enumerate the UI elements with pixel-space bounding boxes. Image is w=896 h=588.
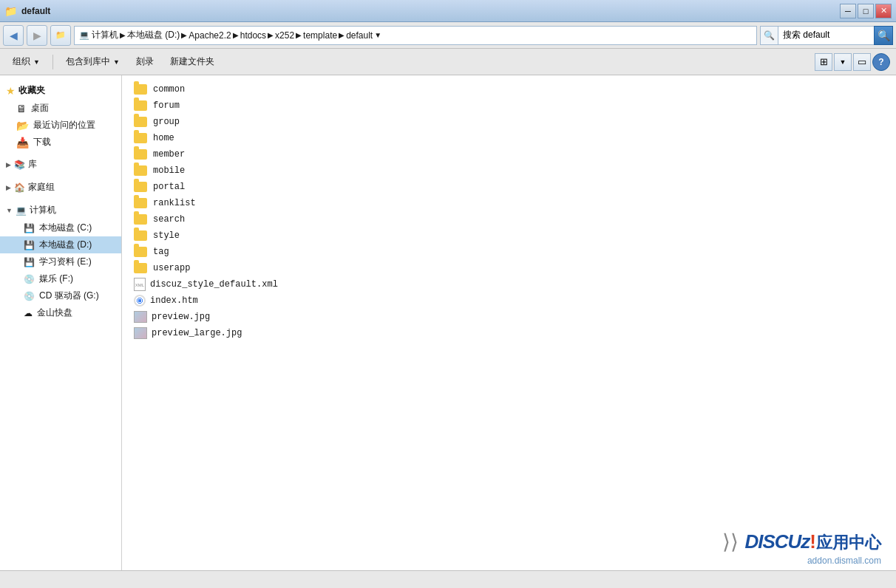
folder-icon [134,165,147,176]
close-button[interactable]: ✕ [875,4,892,18]
computer-header[interactable]: ▼ 💻 计算机 [0,201,121,219]
jinshan-icon: ☁ [24,308,33,318]
list-item[interactable]: common [131,81,887,98]
titlebar: 📁 default ─ □ ✕ [0,0,896,22]
computer-triangle-icon: ▼ [6,207,13,214]
list-item[interactable]: mobile [131,163,887,179]
folder-icon [134,247,147,257]
toolbar: 组织 ▼ 包含到库中 ▼ 刻录 新建文件夹 ⊞ ▼ ▭ ? [0,49,896,75]
watermark-subtitle: addon.dismall.com [807,555,881,566]
maximize-button[interactable]: □ [858,4,874,18]
sidebar-item-download[interactable]: 📥 下载 [0,134,121,151]
image-icon [134,311,147,323]
homegroup-icon: 🏠 [14,182,25,193]
drive-d-icon: 💾 [24,240,35,250]
watermark-arrow-icon: ⟩⟩ [722,530,739,554]
watermark-brand: DISCUz!应用中心 [744,530,881,554]
folder-icon [134,230,147,241]
include-library-button[interactable]: 包含到库中 ▼ [59,52,126,72]
sidebar-item-jinshan[interactable]: ☁ 金山快盘 [0,304,121,321]
list-item[interactable]: member [131,146,887,163]
search-input[interactable] [778,26,874,45]
list-item[interactable]: userapp [131,260,887,276]
file-list: common forum group home member mobile [131,81,887,341]
addressbar: ◀ ▶ 📁 💻 计算机 ▶ 本地磁盘 (D:) ▶ Apache2.2 ▶ ht… [0,22,896,49]
sidebar-item-f[interactable]: 💿 媒乐 (F:) [0,270,121,287]
image-icon [134,327,147,339]
desktop-icon: 🖥 [16,103,27,114]
triangle-icon: ▶ [6,161,11,168]
star-icon: ★ [6,85,16,97]
search-button[interactable]: 🔍 [874,26,893,45]
sidebar-item-e[interactable]: 💾 学习资料 (E:) [0,253,121,270]
folder-icon [134,84,147,95]
sidebar: ★ 收藏夹 🖥 桌面 📂 最近访问的位置 📥 下载 ▶ 📚 库 [0,75,122,570]
sidebar-section-library: ▶ 📚 库 [0,155,121,174]
computer-icon: 💻 [16,205,27,216]
xml-icon: XML [134,278,146,291]
sidebar-item-d[interactable]: 💾 本地磁盘 (D:) [0,236,121,253]
sidebar-section-favorites: ★ 收藏夹 🖥 桌面 📂 最近访问的位置 📥 下载 [0,81,121,151]
folder-icon [134,182,147,192]
sidebar-section-homegroup: ▶ 🏠 家庭组 [0,178,121,196]
view-preview-button[interactable]: ▭ [853,53,871,71]
minimize-button[interactable]: ─ [840,4,856,18]
list-item[interactable]: style [131,228,887,244]
list-item[interactable]: tag [131,244,887,260]
folder-icon [134,100,147,111]
folder-icon [134,198,147,208]
address-segment-apache: Apache2.2 ▶ [189,30,240,41]
library-header[interactable]: ▶ 📚 库 [0,155,121,174]
drive-e-icon: 💾 [24,257,35,267]
address-segment-default: default ▼ [346,30,383,41]
new-folder-button[interactable]: 新建文件夹 [163,52,221,72]
list-item[interactable]: preview_large.jpg [131,325,887,341]
list-item[interactable]: forum [131,98,887,114]
sidebar-section-computer: ▼ 💻 计算机 💾 本地磁盘 (C:) 💾 本地磁盘 (D:) 💾 学习资料 (… [0,201,121,321]
window-title: default [21,6,50,16]
folder-icon [134,117,147,127]
back-button[interactable]: ◀ [3,25,24,46]
homegroup-triangle-icon: ▶ [6,184,11,191]
address-segment-template: template ▶ [303,30,346,41]
list-item[interactable]: portal [131,179,887,195]
discuz-text: DISCUz [744,530,810,553]
address-segment-htdocs: htdocs ▶ [240,30,275,41]
list-item[interactable]: XML discuz_style_default.xml [131,276,887,293]
search-box[interactable]: 🔍 🔍 [760,26,893,45]
library-icon: 📚 [14,160,25,170]
view-dropdown-button[interactable]: ▼ [834,53,852,71]
download-icon: 📥 [16,137,29,148]
list-item[interactable]: home [131,130,887,146]
list-item[interactable]: preview.jpg [131,309,887,325]
folder-icon [134,263,147,273]
sidebar-item-g[interactable]: 💿 CD 驱动器 (G:) [0,287,121,304]
list-item[interactable]: ranklist [131,195,887,211]
window-controls[interactable]: ─ □ ✕ [840,4,892,18]
help-button[interactable]: ? [872,53,890,71]
forward-button[interactable]: ▶ [27,25,47,46]
view-grid-button[interactable]: ⊞ [815,53,832,71]
watermark: ⟩⟩ DISCUz!应用中心 addon.dismall.com [722,530,881,566]
folder-icon [134,214,147,225]
address-segment-computer: 💻 计算机 ▶ [79,29,127,41]
statusbar [0,570,896,588]
sidebar-item-c[interactable]: 💾 本地磁盘 (C:) [0,219,121,236]
homegroup-header[interactable]: ▶ 🏠 家庭组 [0,178,121,196]
app-text: 应用中心 [816,533,881,552]
list-item[interactable]: group [131,114,887,130]
organize-button[interactable]: 组织 ▼ [6,52,47,72]
drive-f-icon: 💿 [24,274,35,284]
sidebar-item-recent[interactable]: 📂 最近访问的位置 [0,117,121,134]
view-buttons: ⊞ ▼ ▭ ? [815,53,890,71]
list-item[interactable]: index.htm [131,293,887,309]
address-segment-drive: 本地磁盘 (D:) ▶ [127,29,189,41]
sidebar-item-desktop[interactable]: 🖥 桌面 [0,100,121,117]
up-button[interactable]: 📁 [50,25,71,46]
favorites-header[interactable]: ★ 收藏夹 [0,81,121,100]
burn-button[interactable]: 刻录 [129,52,160,72]
list-item[interactable]: search [131,211,887,228]
address-box[interactable]: 💻 计算机 ▶ 本地磁盘 (D:) ▶ Apache2.2 ▶ htdocs ▶… [74,26,757,45]
titlebar-left: 📁 default [4,5,50,17]
drive-c-icon: 💾 [24,223,35,233]
